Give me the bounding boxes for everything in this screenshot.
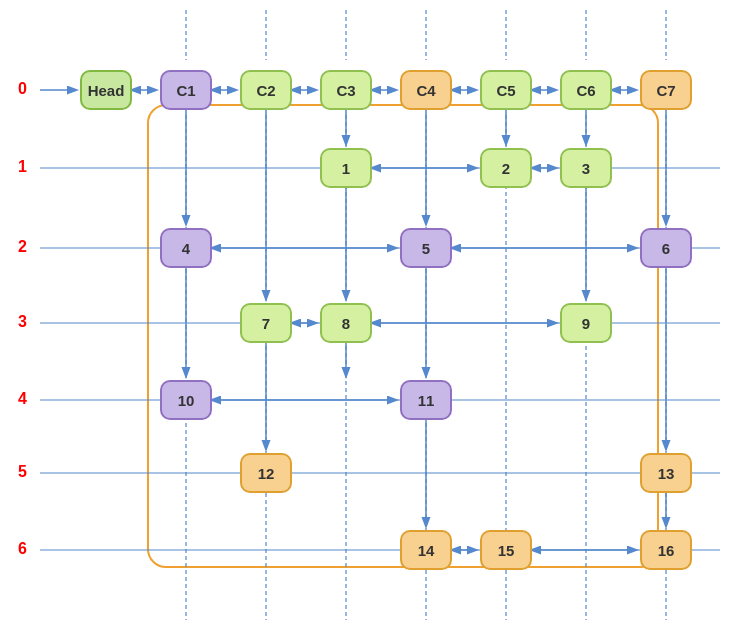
node-c6[interactable]: C6 [560,70,612,110]
node-c2[interactable]: C2 [240,70,292,110]
node-4[interactable]: 4 [160,228,212,268]
node-c5[interactable]: C5 [480,70,532,110]
node-9[interactable]: 9 [560,303,612,343]
row-label-6: 6 [18,540,27,558]
row-label-3: 3 [18,313,27,331]
node-6[interactable]: 6 [640,228,692,268]
row-label-0: 0 [18,80,27,98]
node-c3[interactable]: C3 [320,70,372,110]
node-c7[interactable]: C7 [640,70,692,110]
node-11[interactable]: 11 [400,380,452,420]
node-c1[interactable]: C1 [160,70,212,110]
node-15[interactable]: 15 [480,530,532,570]
node-7[interactable]: 7 [240,303,292,343]
node-2[interactable]: 2 [480,148,532,188]
node-1[interactable]: 1 [320,148,372,188]
node-5[interactable]: 5 [400,228,452,268]
node-13[interactable]: 13 [640,453,692,493]
node-3[interactable]: 3 [560,148,612,188]
row-label-4: 4 [18,390,27,408]
node-14[interactable]: 14 [400,530,452,570]
node-12[interactable]: 12 [240,453,292,493]
node-16[interactable]: 16 [640,530,692,570]
node-8[interactable]: 8 [320,303,372,343]
row-label-1: 1 [18,158,27,176]
node-10[interactable]: 10 [160,380,212,420]
row-label-5: 5 [18,463,27,481]
node-head[interactable]: Head [80,70,132,110]
row-label-2: 2 [18,238,27,256]
node-c4[interactable]: C4 [400,70,452,110]
